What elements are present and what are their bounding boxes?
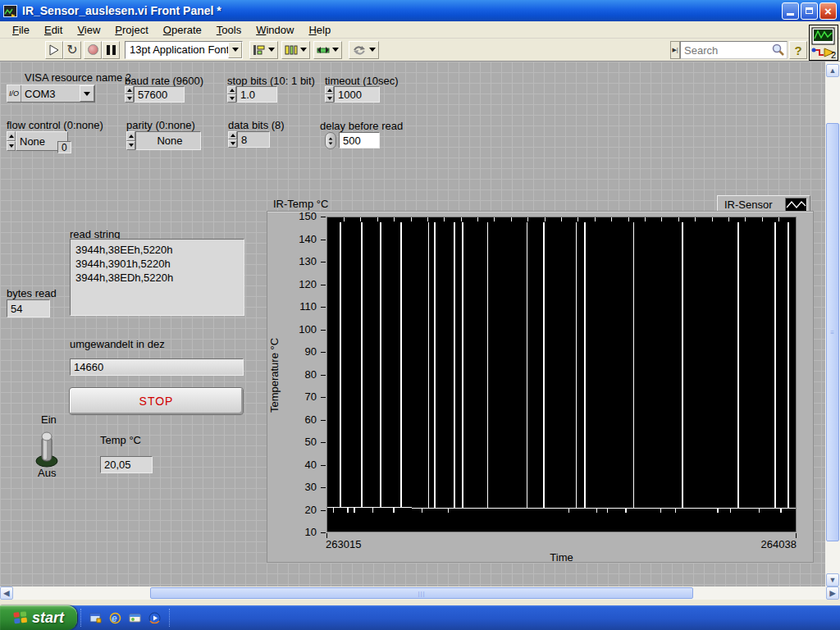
stop-button[interactable]: STOP [69,387,244,415]
visa-resource-combo[interactable]: I/O COM3 [7,84,95,103]
chart-title: IR-Temp °C [273,198,328,210]
flow-control-index[interactable]: 0 [57,141,71,153]
refresh-icon: ↻ [66,43,77,57]
distribute-objects-button[interactable] [281,41,310,59]
legend-plot-name: IR-Sensor [720,199,785,211]
y-tick-label: 110 [274,300,317,313]
data-bits-spinner[interactable] [228,131,237,148]
abort-button[interactable] [84,41,102,59]
baud-field[interactable]: 57600 [134,86,185,103]
y-tick-label: 150 [274,210,317,222]
menu-project[interactable]: Project [107,22,155,38]
y-tick-label: 20 [274,504,317,516]
show-desktop-icon[interactable] [89,612,102,624]
read-string-box[interactable]: 3944h,38EEh,5220h3944h,3901h,5220h3944h,… [70,239,244,316]
search-box [680,41,788,59]
timeout-label: timeout (10sec) [325,75,399,87]
menu-tools[interactable]: Tools [209,22,249,38]
x-axis-min-label: 263015 [326,538,361,550]
baud-label: baud rate (9600) [125,75,203,87]
y-tick-label: 60 [274,413,317,426]
umgewandelt-field[interactable]: 14660 [70,358,244,376]
run-arrow-icon [48,44,60,56]
close-button[interactable]: × [819,2,837,20]
run-button[interactable] [45,41,63,59]
menu-edit[interactable]: Edit [37,22,70,38]
svg-text:e: e [112,613,117,624]
visa-dropdown-button[interactable] [80,85,94,102]
align-objects-button[interactable] [249,41,278,59]
parity-field[interactable]: None [135,131,201,150]
context-help-button[interactable]: ? [789,41,807,59]
media-player-icon[interactable] [148,612,161,624]
menu-bar: FileEditViewProjectOperateToolsWindowHel… [0,21,840,39]
y-tick-label: 130 [274,255,317,267]
pause-button[interactable] [102,41,120,59]
font-selector[interactable]: 13pt Application Font [125,41,243,59]
pause-icon [107,45,116,55]
title-bar: IR_Sensor_auslesen.vi Front Panel * × [0,0,840,21]
windows-explorer-icon[interactable] [129,612,141,624]
menu-file[interactable]: File [5,22,37,38]
menu-view[interactable]: View [70,22,107,38]
read-string-text: 3944h,38EEh,5220h3944h,3901h,5220h3944h,… [75,243,244,285]
quick-launch-bar: e [80,609,170,627]
vertical-scroll-thumb[interactable]: ≡ [826,123,839,541]
vi-icon[interactable]: 2 [809,25,838,61]
windows-logo-icon [12,610,29,625]
resize-objects-button[interactable] [313,41,342,59]
toggle-on-label: Ein [41,413,57,426]
minimize-button[interactable] [782,2,799,20]
baud-spinner[interactable] [125,86,134,103]
horizontal-scroll-thumb[interactable]: ||| [150,587,693,599]
bytes-read-field[interactable]: 54 [7,299,50,317]
visa-label: VISA resource name 2 [25,71,131,84]
restore-button[interactable] [801,2,818,20]
y-tick-label: 80 [274,368,317,381]
parity-spinner[interactable] [126,131,135,150]
vertical-scrollbar[interactable]: ▲ ≡ ▼ [825,62,840,587]
stop-bits-spinner[interactable] [227,86,236,103]
menu-window[interactable]: Window [249,22,301,38]
temp-field[interactable]: 20,05 [100,456,153,473]
window-title: IR_Sensor_auslesen.vi Front Panel * [22,4,780,17]
menu-help[interactable]: Help [301,22,338,38]
scroll-left-button[interactable]: ◀ [0,587,13,600]
bytes-read-label: bytes read [7,287,57,299]
scroll-up-button[interactable]: ▲ [826,64,839,77]
menu-operate[interactable]: Operate [156,22,209,38]
y-tick-label: 90 [274,345,317,358]
delay-knob-spinner[interactable] [325,132,336,149]
search-collapse-handle[interactable]: ▶| [670,41,680,59]
search-input[interactable] [681,43,770,57]
scroll-right-button[interactable]: ▶ [826,587,839,600]
reorder-button[interactable] [349,41,379,59]
search-icon[interactable] [770,43,787,57]
toggle-off-label: Aus [38,467,56,479]
power-toggle-switch[interactable] [34,428,59,468]
timeout-spinner[interactable] [325,86,334,103]
screen: IR_Sensor_auslesen.vi Front Panel * × Fi… [0,0,840,630]
run-continuous-button[interactable]: ↻ [63,41,81,59]
horizontal-scrollbar[interactable]: ◀ ||| ▶ [0,587,840,600]
delay-field[interactable]: 500 [339,132,380,148]
taskbar: start e eFilter design - Wiki...IR_Senso… [0,605,840,630]
toolbar: ↻ 13pt Application Font ▶| [0,39,840,62]
scroll-down-button[interactable]: ▼ [826,573,839,587]
flow-control-spinner[interactable] [7,131,16,151]
start-button[interactable]: start [0,605,77,630]
font-selector-dropdown[interactable] [228,42,242,58]
internet-explorer-icon[interactable]: e [109,612,121,624]
waveform-chart: 150140130120110100908070605040302010 Tem… [267,211,814,563]
reorder-icon [352,44,367,56]
timeout-field[interactable]: 1000 [334,86,380,103]
plot-series [327,217,796,532]
stop-bits-field[interactable]: 1.0 [236,86,277,103]
data-bits-label: data bits (8) [228,119,285,131]
y-tick-label: 40 [274,459,317,471]
legend-plot-sample-icon[interactable] [785,198,807,212]
visa-value: COM3 [21,85,80,102]
flow-control-label: flow control (0:none) [7,119,103,131]
distribute-objects-icon [285,44,298,56]
data-bits-field[interactable]: 8 [237,131,270,148]
